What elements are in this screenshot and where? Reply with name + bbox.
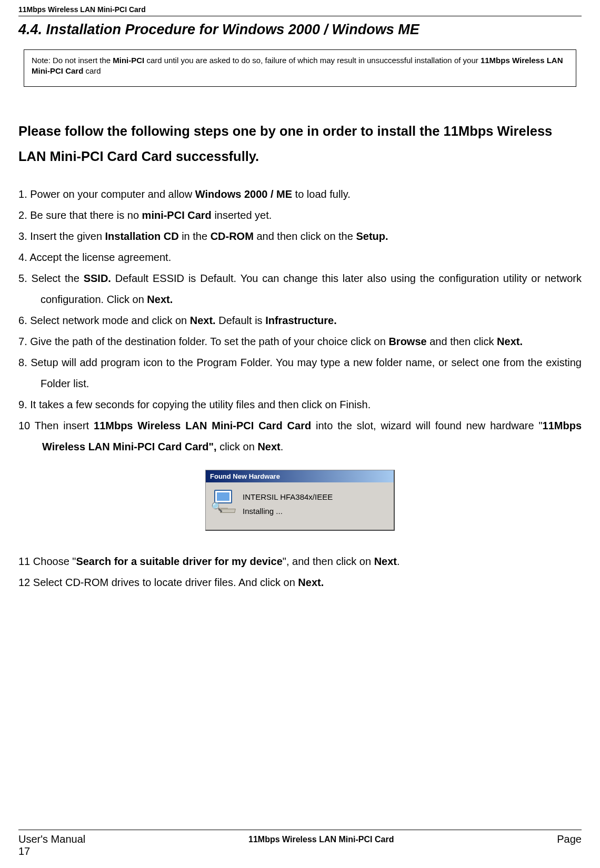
text: click on xyxy=(217,441,258,452)
bold: Infrastructure. xyxy=(265,315,337,326)
text: Default ESSID is Default. You can change… xyxy=(41,272,582,305)
bold: Installation CD xyxy=(105,230,179,242)
screenshot-dialog-wrap: Found New Hardware 🔍 INTERSIL HFA384x/IE… xyxy=(18,470,582,531)
bold: SSID. xyxy=(84,272,111,284)
list-item: Give the path of the destination folder.… xyxy=(18,331,582,352)
text: Be sure that there is no xyxy=(30,209,142,221)
text: Default is xyxy=(216,315,265,326)
list-item: Select the SSID. Default ESSID is Defaul… xyxy=(18,268,582,310)
list-item: Select CD-ROM drives to locate driver fi… xyxy=(18,572,582,593)
text: Insert the given xyxy=(30,230,105,242)
found-new-hardware-dialog: Found New Hardware 🔍 INTERSIL HFA384x/IE… xyxy=(205,470,395,531)
note-text: card xyxy=(83,66,101,75)
dialog-text: INTERSIL HFA384x/IEEE Installing ... xyxy=(243,490,333,518)
list-item: Then insert 11Mbps Wireless LAN Mini-PCI… xyxy=(18,415,582,457)
note-text: Note: Do not insert the xyxy=(32,56,113,65)
list-item: Select network mode and click on Next. D… xyxy=(18,310,582,331)
footer-right: Page xyxy=(557,833,582,845)
note-text: card until you are asked to do so, failu… xyxy=(144,56,481,65)
dialog-body: 🔍 INTERSIL HFA384x/IEEE Installing ... xyxy=(206,482,394,530)
bold: Browse xyxy=(388,336,426,347)
text: ", and then click on xyxy=(283,556,374,567)
lead-paragraph: Please follow the following steps one by… xyxy=(18,118,582,169)
list-item: It takes a few seconds for copying the u… xyxy=(18,394,582,415)
text: Power on your computer and allow xyxy=(30,188,195,200)
list-item: Insert the given Installation CD in the … xyxy=(18,226,582,247)
text: Select CD-ROM drives to locate driver fi… xyxy=(33,577,298,588)
list-item: Accept the license agreement. xyxy=(18,247,582,268)
text: Select network mode and click on xyxy=(30,315,190,326)
text: inserted yet. xyxy=(212,209,272,221)
note-bold-1: Mini-PCI xyxy=(113,56,144,65)
note-box: Note: Do not insert the Mini-PCI card un… xyxy=(24,49,576,87)
bold: Next. xyxy=(147,294,173,305)
dialog-titlebar: Found New Hardware xyxy=(206,470,394,482)
bold: Next. xyxy=(298,577,324,588)
text: Setup will add program icon to the Progr… xyxy=(31,357,582,389)
text: It takes a few seconds for copying the u… xyxy=(30,399,371,410)
install-status: Installing ... xyxy=(243,504,333,518)
text: to load fully. xyxy=(292,188,351,200)
text: Then insert xyxy=(35,420,94,431)
text: into the slot, wizard will found new har… xyxy=(311,420,542,431)
text: Choose " xyxy=(33,556,76,567)
list-item: Be sure that there is no mini-PCI Card i… xyxy=(18,205,582,226)
footer-center: 11Mbps Wireless LAN Mini-PCI Card xyxy=(248,835,394,844)
bold: 11Mbps Wireless LAN Mini-PCI Card Card xyxy=(94,420,311,431)
text: . xyxy=(281,441,284,452)
header-rule xyxy=(18,16,582,16)
text: and then click xyxy=(427,336,497,347)
text: . xyxy=(397,556,400,567)
install-steps: Power on your computer and allow Windows… xyxy=(18,184,582,457)
list-item: Setup will add program icon to the Progr… xyxy=(18,352,582,394)
bold: Search for a suitable driver for my devi… xyxy=(76,556,282,567)
device-name: INTERSIL HFA384x/IEEE xyxy=(243,490,333,504)
bold: CD-ROM xyxy=(211,230,254,242)
bold: Next xyxy=(374,556,397,567)
footer-rule xyxy=(18,830,582,830)
hardware-icon: 🔍 xyxy=(212,490,235,513)
bold: Next. xyxy=(190,315,216,326)
list-item: Choose "Search for a suitable driver for… xyxy=(18,551,582,572)
bold: Next xyxy=(257,441,280,452)
bold: Setup. xyxy=(356,230,388,242)
bold: mini-PCI Card xyxy=(142,209,212,221)
bold: Next. xyxy=(497,336,523,347)
section-title: 4.4. Installation Procedure for Windows … xyxy=(18,22,582,38)
magnifier-icon: 🔍 xyxy=(211,501,223,513)
running-header: 11Mbps Wireless LAN Mini-PCI Card xyxy=(18,5,582,16)
bold: Windows 2000 / ME xyxy=(195,188,292,200)
text: in the xyxy=(179,230,211,242)
text: Select the xyxy=(32,272,84,284)
page-footer: User's Manual 11Mbps Wireless LAN Mini-P… xyxy=(18,830,582,857)
list-item: Power on your computer and allow Windows… xyxy=(18,184,582,205)
text: Give the path of the destination folder.… xyxy=(30,336,388,347)
page-number: 17 xyxy=(18,845,582,857)
text: and then click on the xyxy=(254,230,356,242)
install-steps-cont: Choose "Search for a suitable driver for… xyxy=(18,551,582,593)
footer-left: User's Manual xyxy=(18,833,85,845)
text: Accept the license agreement. xyxy=(29,251,171,263)
